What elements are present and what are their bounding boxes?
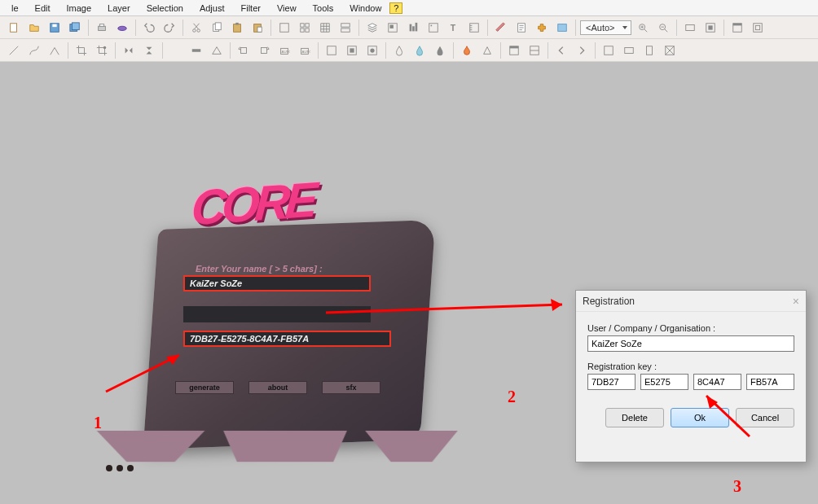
zoom-combo[interactable]: <Auto> [580,20,631,35]
keygen-generate-button[interactable]: generate [175,381,234,394]
tool-curve-icon[interactable] [25,42,43,59]
menu-layer[interactable]: Layer [99,2,139,15]
zoom-in-icon[interactable] [634,19,652,37]
print-icon[interactable] [93,19,111,37]
brush-icon[interactable] [492,19,510,37]
tri-icon[interactable] [478,42,496,59]
water2-icon[interactable] [411,42,429,59]
cut-icon[interactable] [187,19,205,37]
dialog-titlebar[interactable]: Registration × [576,291,806,312]
svg-rect-5 [99,26,106,30]
win2-icon[interactable] [749,19,767,37]
keygen-mid-input[interactable] [183,306,371,322]
saveall-icon[interactable] [66,19,84,37]
close-icon[interactable]: × [793,295,799,308]
xa-icon[interactable] [600,42,618,59]
hist-icon[interactable] [404,19,422,37]
menu-file[interactable]: le [3,2,27,15]
fire-icon[interactable] [458,42,476,59]
cancel-button[interactable]: Cancel [736,408,794,427]
info-icon[interactable] [424,19,442,37]
plugin-icon[interactable] [533,19,551,37]
menu-view[interactable]: View [269,2,305,15]
grid2-icon[interactable] [316,19,334,37]
copy-icon[interactable] [208,19,226,37]
svg-rect-16 [280,23,289,32]
tool-g1-icon[interactable] [323,42,341,59]
open-icon[interactable] [25,19,43,37]
key-part-4[interactable] [746,374,794,390]
menu-image[interactable]: Image [59,2,100,15]
win1-icon[interactable] [728,19,746,37]
menu-window[interactable]: Window [341,2,389,15]
svg-rect-21 [341,23,350,26]
menu-filter[interactable]: Filter [232,2,268,15]
tool-flip-v-icon[interactable] [140,42,158,59]
tool-bright-icon[interactable] [167,42,185,59]
tool-gamma-icon[interactable] [208,42,226,59]
tool-contrast-icon[interactable] [187,42,205,59]
panel-icon[interactable] [526,42,543,59]
save-icon[interactable] [46,19,64,37]
svg-point-7 [118,26,127,30]
zoom-out-icon[interactable] [654,19,672,37]
tile-icon[interactable] [336,19,354,37]
tool-angle-icon[interactable] [46,42,64,59]
tool-crop2-icon[interactable] [93,42,111,59]
key-part-3[interactable] [693,374,741,390]
new-icon[interactable] [5,19,23,37]
xb-icon[interactable] [620,42,638,59]
tool-g2-icon[interactable] [343,42,361,59]
redo-icon[interactable] [161,19,178,37]
delete-button[interactable]: Delete [605,408,664,427]
xd-icon[interactable] [661,42,679,59]
tool-flip-h-icon[interactable] [120,42,138,59]
menu-adjust[interactable]: Adjust [191,2,233,15]
keygen-about-button[interactable]: about [248,381,307,394]
fullscreen-icon[interactable] [275,19,293,37]
xc-icon[interactable] [640,42,658,59]
nav-icon[interactable] [384,19,402,37]
undo-icon[interactable] [140,19,158,37]
svg-rect-2 [52,24,56,27]
keygen-name-input[interactable] [183,275,371,291]
fwd-icon[interactable] [573,42,591,59]
key-part-2[interactable] [640,374,688,390]
svg-rect-60 [625,47,634,53]
tool-auto-l-icon[interactable]: AUTO [275,42,293,59]
fit-icon[interactable] [681,19,699,37]
menu-selection[interactable]: Selection [139,2,191,15]
tool-g3-icon[interactable] [363,42,381,59]
options-icon[interactable] [553,19,571,37]
win-icon[interactable] [505,42,523,59]
svg-rect-40 [733,23,742,25]
keygen-sfx-button[interactable]: sfx [322,381,380,394]
paste-icon[interactable] [228,19,246,37]
menu-edit[interactable]: Edit [27,2,59,15]
layers-icon[interactable] [363,19,381,37]
keygen-key-output[interactable] [183,331,391,347]
menu-tools[interactable]: Tools [305,2,342,15]
svg-rect-46 [262,47,267,53]
user-input[interactable] [587,335,794,352]
ruler-icon[interactable] [465,19,483,37]
menu-help[interactable]: ? [389,2,402,14]
tool-rot-l-icon[interactable] [235,42,253,59]
water3-icon[interactable] [431,42,449,59]
grid-icon[interactable] [296,19,314,37]
tool-auto-r-icon[interactable]: AUTO [296,42,314,59]
actual-icon[interactable] [701,19,719,37]
tool-crop-icon[interactable] [73,42,90,59]
text-icon[interactable]: T [445,19,463,37]
key-part-1[interactable] [587,374,635,390]
tool-line-icon[interactable] [5,42,23,59]
tool-rot-r-icon[interactable] [255,42,273,59]
script-icon[interactable] [512,19,530,37]
ok-button[interactable]: Ok [671,408,729,427]
paste-special-icon[interactable] [248,19,266,37]
scanner-icon[interactable] [113,19,131,37]
water1-icon[interactable] [390,42,408,59]
back-icon[interactable] [552,42,570,59]
svg-rect-0 [11,23,17,32]
svg-rect-57 [510,46,519,48]
